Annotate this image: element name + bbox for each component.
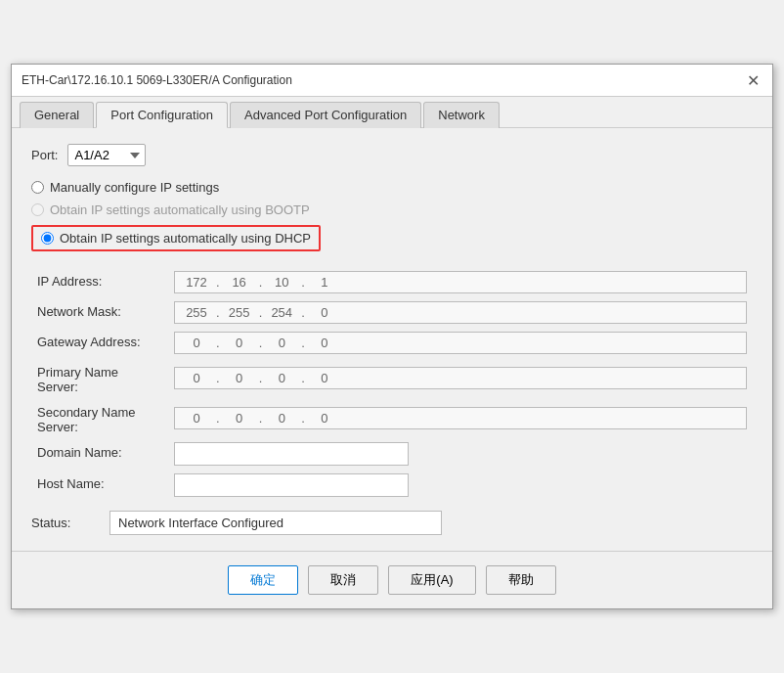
dns2-seg-4[interactable]	[309, 411, 340, 426]
apply-button[interactable]: 应用(A)	[388, 565, 475, 595]
status-row: Status: Network Interface Configured	[31, 511, 753, 535]
radio-bootp-input	[31, 203, 44, 216]
footer: 确定 取消 应用(A) 帮助	[12, 551, 772, 608]
help-button[interactable]: 帮助	[486, 565, 556, 595]
domain-name-label: Domain Name:	[37, 445, 122, 460]
mask-seg-3[interactable]	[266, 305, 297, 320]
window-title: ETH-Car\172.16.10.1 5069-L330ER/A Config…	[22, 73, 292, 87]
ip-address-row: IP Address: . . .	[31, 267, 753, 297]
primary-dns-label: Primary NameServer:	[37, 365, 118, 394]
radio-dhcp[interactable]: Obtain IP settings automatically using D…	[31, 225, 321, 251]
main-window: ETH-Car\172.16.10.1 5069-L330ER/A Config…	[11, 64, 773, 609]
gateway-row: Gateway Address: . . .	[31, 328, 753, 358]
mask-seg-4[interactable]	[309, 305, 340, 320]
host-name-input[interactable]	[174, 473, 409, 497]
host-name-label: Host Name:	[37, 476, 105, 491]
secondary-dns-row: Secondary NameServer: . . .	[31, 398, 753, 438]
secondary-dns-field: . . .	[174, 407, 747, 429]
ip-address-field: . . .	[174, 271, 747, 293]
dns2-seg-1[interactable]	[181, 411, 212, 426]
tab-network[interactable]: Network	[423, 102, 500, 128]
network-mask-row: Network Mask: . . .	[31, 297, 753, 328]
tab-advanced-port-configuration[interactable]: Advanced Port Configuration	[230, 102, 421, 128]
gw-seg-1[interactable]	[181, 336, 212, 350]
ip-seg-2[interactable]	[224, 275, 255, 290]
port-row: Port: A1/A2 A3/A4	[31, 144, 753, 166]
radio-manual[interactable]: Manually configure IP settings	[31, 180, 753, 195]
ip-seg-3[interactable]	[266, 275, 297, 290]
secondary-dns-label: Secondary NameServer:	[37, 405, 135, 434]
primary-dns-field: . . .	[174, 367, 747, 389]
dns1-seg-2[interactable]	[224, 371, 255, 385]
gw-seg-2[interactable]	[224, 336, 255, 350]
title-bar: ETH-Car\172.16.10.1 5069-L330ER/A Config…	[12, 65, 772, 97]
radio-bootp: Obtain IP settings automatically using B…	[31, 202, 753, 217]
dns2-seg-3[interactable]	[266, 411, 297, 426]
port-select[interactable]: A1/A2 A3/A4	[67, 144, 146, 166]
ip-address-label: IP Address:	[37, 274, 102, 289]
dns1-seg-4[interactable]	[309, 371, 340, 385]
mask-seg-1[interactable]	[181, 305, 212, 320]
status-value: Network Interface Configured	[109, 511, 442, 535]
gw-seg-4[interactable]	[309, 336, 340, 350]
dns2-seg-2[interactable]	[224, 411, 255, 426]
ip-form-table: IP Address: . . . Network Mask:	[31, 267, 753, 501]
network-mask-label: Network Mask:	[37, 304, 121, 319]
tab-content: Port: A1/A2 A3/A4 Manually configure IP …	[12, 128, 772, 551]
dns1-seg-1[interactable]	[181, 371, 212, 385]
domain-name-input[interactable]	[174, 442, 409, 466]
status-label: Status:	[31, 516, 100, 530]
gw-seg-3[interactable]	[266, 336, 297, 350]
radio-group: Manually configure IP settings Obtain IP…	[31, 180, 753, 251]
gateway-label: Gateway Address:	[37, 335, 141, 349]
primary-dns-row: Primary NameServer: . . .	[31, 358, 753, 398]
domain-name-row: Domain Name:	[31, 438, 753, 470]
ip-seg-4[interactable]	[309, 275, 340, 290]
ip-seg-1[interactable]	[181, 275, 212, 290]
radio-dhcp-input[interactable]	[41, 232, 54, 245]
host-name-row: Host Name:	[31, 470, 753, 501]
port-label: Port:	[31, 148, 58, 162]
dns1-seg-3[interactable]	[266, 371, 297, 385]
tab-port-configuration[interactable]: Port Configuration	[96, 102, 228, 128]
gateway-field: . . .	[174, 332, 747, 354]
radio-bootp-label: Obtain IP settings automatically using B…	[50, 202, 310, 217]
tab-bar: General Port Configuration Advanced Port…	[12, 97, 772, 128]
network-mask-field: . . .	[174, 301, 747, 324]
mask-seg-2[interactable]	[224, 305, 255, 320]
cancel-button[interactable]: 取消	[308, 565, 378, 595]
confirm-button[interactable]: 确定	[228, 565, 298, 595]
tab-general[interactable]: General	[20, 102, 94, 128]
radio-manual-label: Manually configure IP settings	[50, 180, 219, 195]
close-button[interactable]: ✕	[743, 70, 762, 90]
radio-dhcp-label: Obtain IP settings automatically using D…	[60, 231, 311, 246]
radio-manual-input[interactable]	[31, 181, 44, 194]
